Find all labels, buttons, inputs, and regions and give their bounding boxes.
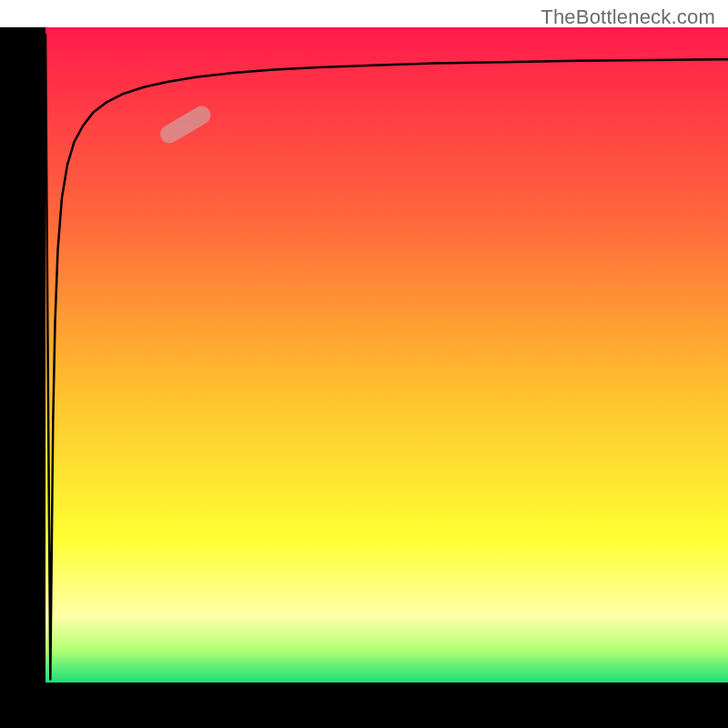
axis-bottom [0,682,728,728]
axis-left [0,27,46,682]
watermark-text: TheBottleneck.com [541,5,715,29]
chart-canvas [0,0,728,728]
plot-background [46,27,728,682]
